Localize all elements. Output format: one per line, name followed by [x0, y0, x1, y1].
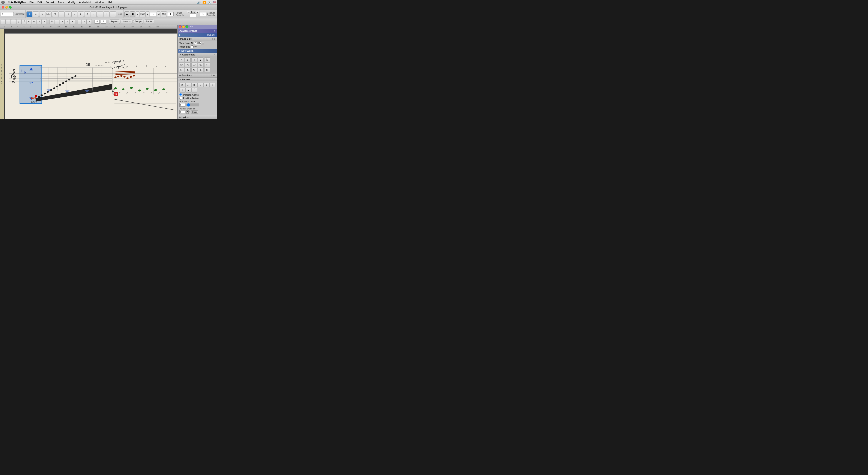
thirtysecond-note-button[interactable]: 32 [27, 19, 31, 24]
score-canvas[interactable]: 𝄞 ♯ ♭ ⇔ 1.00 smile [5, 33, 177, 118]
fermati-1[interactable]: 𝄐 [185, 83, 191, 88]
prev-beat-button[interactable]: ◀ [187, 11, 190, 13]
acc-7[interactable]: 7♯ [191, 68, 197, 72]
whole-note-button[interactable]: 𝅝 [1, 19, 6, 24]
stop-button[interactable]: ⏹ [130, 11, 135, 17]
acc-three-quarter-sharp[interactable]: ¾♯ [204, 63, 210, 67]
acc-double-flat[interactable]: 𝄫 [204, 57, 210, 62]
lyrics-header[interactable]: ▶ Lyrics [178, 115, 217, 118]
minimize-button[interactable] [5, 6, 8, 8]
hairpin-tool[interactable]: < [65, 11, 71, 17]
text-tool[interactable]: A [84, 11, 90, 17]
beat-input[interactable] [190, 13, 196, 18]
barline-tool[interactable]: | [97, 11, 103, 17]
acc-5[interactable]: 5♯ [179, 68, 184, 72]
position-above-radio[interactable] [180, 93, 182, 96]
acc-half-flat[interactable]: ½♭ [198, 63, 204, 67]
rit-tool[interactable]: rit. [52, 11, 58, 17]
acc-quarter-flat[interactable]: ¼♭ [185, 63, 191, 67]
next-beat-button[interactable]: ▶ [196, 11, 199, 13]
menu-format[interactable]: Format [44, 0, 56, 4]
sixteenth-note-button[interactable]: 𝅘𝅥𝅯 [22, 19, 26, 24]
tuplet-denominator[interactable] [101, 20, 106, 24]
play-button[interactable]: ▶ [124, 11, 129, 17]
acc-9[interactable]: 9♯ [204, 68, 210, 72]
view-score-up[interactable]: ▲ [202, 42, 204, 43]
menu-window[interactable]: Window [93, 0, 106, 4]
horizontal-offset-slider[interactable] [186, 103, 199, 106]
repeats-button[interactable]: Repeats [109, 20, 121, 24]
tracks-button[interactable]: Tracks [144, 20, 154, 24]
acc-8[interactable]: 8♭ [198, 68, 204, 72]
fermati-5[interactable]: ♩ [210, 83, 215, 88]
fermati-x[interactable]: ✕ [180, 83, 185, 88]
menu-tools[interactable]: Tools [56, 0, 65, 4]
position-below-radio[interactable] [180, 97, 182, 100]
clear-button[interactable]: Clear [191, 110, 198, 113]
dot-button[interactable]: • [42, 19, 47, 24]
natural-button[interactable]: ♮ [55, 19, 59, 24]
v-dist-down[interactable]: ▼ [186, 112, 189, 114]
half-note-button[interactable]: 𝅗𝅥 [6, 19, 11, 24]
quarter-note-button[interactable]: ♩ [11, 19, 16, 24]
lyric-tool[interactable]: L [78, 11, 84, 17]
arc-tool[interactable]: ⌒ [59, 11, 64, 17]
menu-help[interactable]: Help [106, 0, 115, 4]
command-input[interactable] [1, 12, 14, 16]
acc-double-sharp[interactable]: 𝄪 [198, 57, 204, 62]
accidentals-header[interactable]: ▼ Accidentals A [178, 53, 217, 57]
sixtyfourth-note-button[interactable]: 64 [32, 19, 36, 24]
score-area[interactable]: 2 3 4 5 6 7 8 9 10 11 12 13 14 15 16 17 … [0, 25, 177, 118]
note-attrib-header[interactable]: ▶ Note Attrib. [178, 49, 217, 53]
network-button[interactable]: Network [121, 20, 133, 24]
rest-button[interactable]: 𝄽 [37, 19, 41, 24]
skip-tool[interactable]: |◁▷| [46, 11, 52, 17]
maximize-button[interactable] [9, 6, 11, 8]
fermati-2[interactable]: ℏ [191, 83, 197, 88]
menu-file[interactable]: File [28, 0, 35, 4]
menu-edit[interactable]: Edit [36, 0, 44, 4]
extend-tool[interactable]: ↔ [91, 11, 97, 17]
tuplet-start-button[interactable]: ⌐ [78, 19, 82, 24]
prev-mm-button[interactable]: ◀ [157, 11, 160, 17]
select-tool[interactable]: ↖ [39, 11, 45, 17]
tuplet-numerator[interactable] [95, 20, 100, 24]
fermati-7[interactable]: 𝄑 [185, 88, 191, 93]
cluster-tool[interactable]: ⁞⁞ [103, 11, 110, 17]
double-sharp-button[interactable]: 𝄪 [65, 19, 70, 24]
fermati-header[interactable]: ▼ Fermati [178, 77, 217, 81]
tuplet-num-button[interactable]: 5 [82, 19, 87, 24]
graphics-header[interactable]: ▶ Graphics Lin. [178, 73, 217, 77]
acc-6[interactable]: 6♭ [185, 68, 191, 72]
acc-quarter-sharp[interactable]: ¼♯ [179, 63, 184, 67]
line-tool[interactable]: ╲ [71, 11, 78, 17]
view-score-down[interactable]: ▼ [202, 43, 204, 45]
fermati-3[interactable]: ♭ [197, 83, 203, 88]
apple-logo[interactable] [1, 1, 5, 4]
acc-flat[interactable]: ♭ [185, 57, 191, 62]
page-number-input[interactable] [150, 12, 156, 16]
acc-sharp[interactable]: ♯ [179, 57, 184, 62]
fermati-4[interactable]: ⊗ [204, 83, 209, 88]
image-size-checkbox[interactable] [191, 45, 193, 48]
grace-tool[interactable]: 𝆔 [110, 11, 116, 17]
tempo-button[interactable]: Tempo [133, 20, 144, 24]
acc-natural[interactable]: ♮ [191, 57, 197, 62]
playback-section-header[interactable]: ▶ Playback [178, 33, 217, 37]
eighth-note-button[interactable]: ♪ [16, 19, 21, 24]
close-button[interactable] [2, 6, 4, 8]
v-dist-up[interactable]: ▲ [186, 110, 189, 112]
next-page-button[interactable]: ▶ [146, 11, 149, 17]
menu-audio-midi[interactable]: Audio/Midi [78, 0, 93, 4]
measure-input[interactable] [200, 12, 206, 16]
mm-number-input[interactable] [167, 12, 174, 16]
crosshair-tool[interactable]: ⊕ [26, 11, 32, 17]
acc-half-sharp[interactable]: ½♯ [191, 63, 197, 67]
tuplet-denom-bracket[interactable]: ¬ [87, 19, 92, 24]
double-flat-button[interactable]: ✕ [70, 19, 75, 24]
move-tool[interactable]: ⇔ [33, 11, 39, 17]
rp-maximize-btn[interactable] [185, 25, 188, 28]
fermati-6[interactable]: ♩ [180, 88, 185, 93]
prev-page-button[interactable]: ◀ [136, 11, 139, 17]
rp-close-btn[interactable] [179, 25, 182, 28]
